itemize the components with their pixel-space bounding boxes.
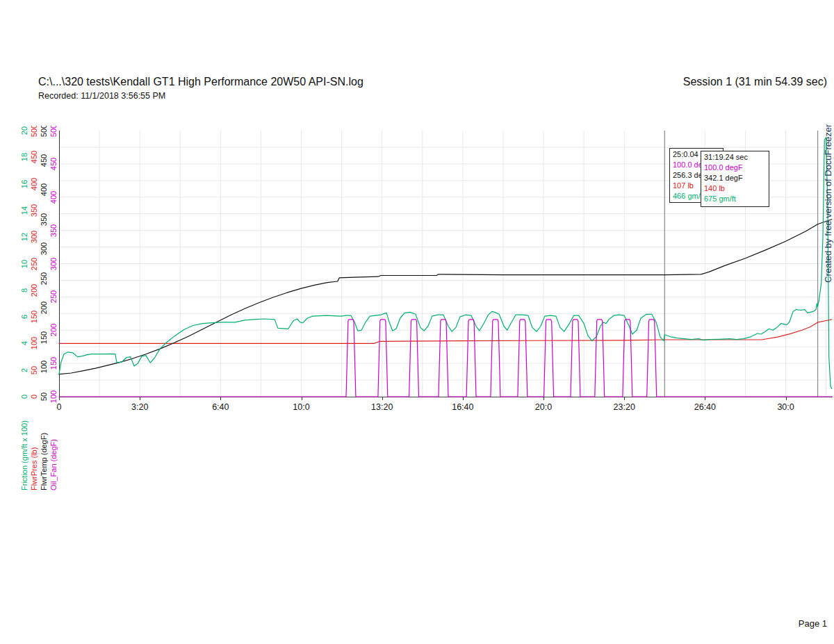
ytick-flwrpres-300: 300 <box>30 231 38 243</box>
xtick-mark <box>463 397 464 400</box>
xtick-mark <box>220 397 221 400</box>
xtick-30:0: 30:0 <box>777 402 794 412</box>
ytick-friction-8: 8 <box>20 288 28 292</box>
readout-value: 342.1 degF <box>704 173 766 183</box>
ytick-flwrtemp-250: 250 <box>40 272 48 285</box>
xtick-16:40: 16:40 <box>452 402 473 412</box>
ytick-friction-0: 0 <box>20 395 28 399</box>
ytick-flwrpres-450: 450 <box>30 151 38 163</box>
xtick-13:20: 13:20 <box>371 402 393 412</box>
y-axis-title-flwrtemp: FlwrTemp (degF) <box>40 433 48 490</box>
ytick-friction-16: 16 <box>20 179 28 188</box>
xtick-3:20: 3:20 <box>131 402 148 412</box>
ytick-oilfan-250: 250 <box>49 290 58 303</box>
ytick-oilfan-500: 500 <box>49 126 58 137</box>
xtick-mark <box>786 397 787 400</box>
ytick-flwrtemp-200: 200 <box>40 302 48 314</box>
ytick-oilfan-150: 150 <box>49 357 58 370</box>
ytick-flwrpres-0: 0 <box>30 395 38 399</box>
y-axis-title-oilfan: Oil_Fan (degF) <box>49 439 58 490</box>
ytick-flwrtemp-100: 100 <box>40 361 48 373</box>
xtick-mark <box>705 397 705 400</box>
ytick-flwrpres-250: 250 <box>30 257 38 270</box>
y-axis-title-friction: Friction (gm/ft x 100) <box>20 420 28 490</box>
readout-value: 140 lb <box>704 183 766 194</box>
ytick-friction-10: 10 <box>20 259 28 267</box>
page-number: Page 1 <box>799 618 827 629</box>
ytick-friction-14: 14 <box>20 206 28 215</box>
xtick-0: 0 <box>57 402 62 412</box>
y-axis-title-flwrpres: FlwrPres (lb) <box>30 447 38 490</box>
xtick-mark <box>624 397 625 400</box>
docufreezer-watermark: Created by free version of DocuFreezer <box>823 124 833 283</box>
ytick-friction-18: 18 <box>20 153 28 161</box>
ytick-flwrpres-50: 50 <box>30 366 38 374</box>
session-info: Session 1 (31 min 54.39 sec) <box>683 76 827 88</box>
ytick-flwrpres-500: 500 <box>30 126 38 137</box>
ytick-flwrtemp-300: 300 <box>40 242 48 255</box>
report-page: C:\...\320 tests\Kendall GT1 High Perfor… <box>0 0 834 644</box>
ytick-flwrtemp-500: 500 <box>40 126 48 137</box>
xtick-mark <box>302 397 302 400</box>
log-file-title: C:\...\320 tests\Kendall GT1 High Perfor… <box>38 76 363 88</box>
ytick-friction-4: 4 <box>20 341 28 345</box>
ytick-oilfan-350: 350 <box>49 224 58 236</box>
ytick-friction-12: 12 <box>20 233 28 241</box>
xtick-mark <box>140 397 140 400</box>
ytick-oilfan-450: 450 <box>49 158 58 170</box>
ytick-friction-2: 2 <box>20 368 28 372</box>
ytick-oilfan-100: 100 <box>49 390 58 403</box>
xtick-20:0: 20:0 <box>535 402 552 412</box>
ytick-flwrpres-350: 350 <box>30 204 38 217</box>
xtick-mark <box>382 397 383 400</box>
recorded-timestamp: Recorded: 11/1/2018 3:56:55 PM <box>38 91 165 101</box>
ytick-flwrtemp-350: 350 <box>40 213 48 225</box>
readout-value: 31:19.24 sec <box>704 152 766 163</box>
xtick-mark <box>543 397 544 400</box>
series-oil_fan <box>59 320 832 397</box>
ytick-friction-6: 6 <box>20 315 28 319</box>
ytick-flwrtemp-50: 50 <box>40 393 48 401</box>
ytick-flwrtemp-150: 150 <box>40 331 48 344</box>
readout-value: 100.0 degF <box>704 163 766 173</box>
series-flwrpres <box>59 320 832 344</box>
xtick-26:40: 26:40 <box>694 402 716 412</box>
cursor-readout-2[interactable]: 31:19.24 sec100.0 degF342.1 degF140 lb67… <box>701 151 769 207</box>
ytick-oilfan-400: 400 <box>49 191 58 204</box>
ytick-oilfan-300: 300 <box>49 257 58 270</box>
ytick-flwrpres-200: 200 <box>30 284 38 297</box>
xtick-6:40: 6:40 <box>212 402 229 412</box>
ytick-friction-20: 20 <box>20 126 28 135</box>
ytick-flwrtemp-450: 450 <box>40 154 48 166</box>
readout-value: 675 gm/ft <box>704 194 766 204</box>
ytick-flwrpres-400: 400 <box>30 177 38 190</box>
ytick-flwrpres-150: 150 <box>30 311 38 323</box>
ytick-flwrpres-100: 100 <box>30 337 38 349</box>
ytick-flwrtemp-400: 400 <box>40 183 48 196</box>
xtick-23:20: 23:20 <box>614 402 635 412</box>
xtick-mark <box>59 397 60 400</box>
xtick-10:0: 10:0 <box>293 402 309 412</box>
ytick-oilfan-200: 200 <box>49 324 58 336</box>
